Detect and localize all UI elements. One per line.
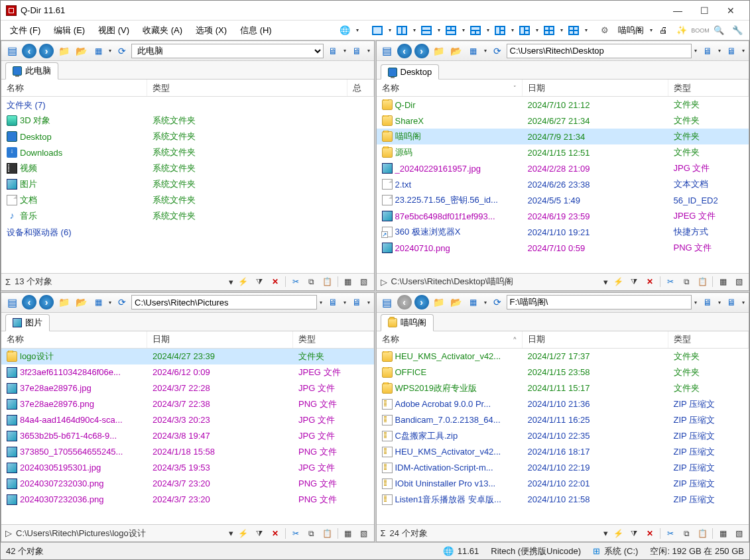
maximize-button[interactable]: ☐ [691,1,718,20]
list-item[interactable]: 20240305195301.jpg2024/3/5 19:53JPG 文件 [1,460,374,476]
nav-forward-button[interactable]: › [38,43,54,59]
boom-icon[interactable]: BOOM [693,23,708,38]
pane-tr-list[interactable]: Q-Dir2024/7/10 21:12文件夹ShareX2024/6/27 2… [377,97,749,273]
list-item[interactable]: Adobe Acrobat 9.0.0 Pr...2024/1/10 21:36… [377,396,749,412]
delete-icon[interactable]: ✕ [269,528,281,539]
list-item[interactable]: logo设计2024/4/27 23:39文件夹 [1,349,374,364]
list-item[interactable]: _20240229161957.jpg2024/2/28 21:09JPG 文件 [377,160,749,176]
delete-icon[interactable]: ✕ [644,276,656,288]
layout-2h-button[interactable] [419,23,434,38]
col-type[interactable]: 类型 [293,331,374,348]
monitor-icon[interactable]: 🖥 [700,294,716,310]
address-bar[interactable] [507,295,692,309]
refresh-icon[interactable]: ⟳ [114,294,130,310]
list-item[interactable]: 87e5bc6498df01f1ef993...2024/6/19 23:59J… [377,208,749,224]
select-icon[interactable]: ▧ [733,528,745,539]
sigma-icon[interactable]: ▷ [381,277,387,287]
nav-forward-button[interactable]: › [414,294,430,310]
globe-icon[interactable]: 🌐 [338,23,352,38]
col-name[interactable]: 名称 [1,80,147,96]
col-type[interactable]: 类型 [668,331,749,348]
sigma-icon[interactable]: Σ [5,277,11,287]
copy-icon[interactable]: ⧉ [306,528,318,539]
nav-back-button[interactable]: ‹ [21,294,37,310]
wand-icon[interactable]: ✨ [674,23,689,38]
up-folder-icon[interactable]: 📁 [431,43,447,59]
layout-3c-button[interactable] [493,23,507,38]
paste-icon[interactable]: 📋 [696,528,708,539]
refresh-icon[interactable]: ⟳ [114,43,130,59]
tab-miaowuge[interactable]: 喵呜阁 [381,314,434,331]
col-type[interactable]: 类型 [668,80,749,96]
list-item[interactable]: OFFICE2024/1/15 23:58文件夹 [377,364,749,380]
col-date[interactable]: 日期 [523,331,668,348]
monitor2-icon[interactable]: 🖥 [349,43,365,59]
col-type[interactable]: 类型 [147,80,347,96]
list-item[interactable]: IObit Uninstaller Pro v13...2024/1/10 22… [377,476,749,492]
tab-pictures[interactable]: 图片 [5,314,50,331]
list-item[interactable]: 文档系统文件夹 [1,192,374,208]
props-icon[interactable]: ▦ [342,276,354,288]
list-item[interactable]: 360 极速浏览器X2024/1/10 19:21快捷方式 [377,224,749,240]
bolt-icon[interactable]: ⚡ [612,528,624,539]
list-item[interactable]: ShareX2024/6/27 21:34文件夹 [377,113,749,129]
refresh-icon[interactable]: ⟳ [489,43,505,59]
monitor2-icon[interactable]: 🖥 [349,294,365,310]
new-folder-icon[interactable]: 📂 [73,43,89,59]
monitor2-icon[interactable]: 🖥 [723,43,739,59]
menu-file[interactable]: 文件 (F) [5,22,46,39]
tab-desktop[interactable]: Desktop [381,64,440,80]
list-item[interactable]: C盘搬家工具.zip2024/1/10 22:35ZIP 压缩文 [377,428,749,444]
list-item[interactable]: 20240307232036.png2024/3/7 23:20PNG 文件 [1,492,374,508]
cut-icon[interactable]: ✂ [664,276,676,288]
bolt-icon[interactable]: ⚡ [237,528,249,539]
refresh-icon[interactable]: ⟳ [489,294,505,310]
select-icon[interactable]: ▧ [733,276,745,288]
props-icon[interactable]: ▦ [717,528,729,539]
list-item[interactable]: HEU_KMS_Activator_v42...2024/1/16 18:17Z… [377,444,749,460]
col-name[interactable]: 名称˅ [377,80,523,96]
paste-icon[interactable]: 📋 [322,276,334,288]
group-devices[interactable]: 设备和驱动器 (6) [1,224,374,240]
new-folder-icon[interactable]: 📂 [448,43,464,59]
list-item[interactable]: Desktop系统文件夹 [1,129,374,144]
menu-info[interactable]: 信息 (H) [235,22,277,39]
nav-back-button[interactable]: ‹ [397,294,412,310]
layout-3d-button[interactable] [517,23,532,38]
pane-br-list[interactable]: HEU_KMS_Activator_v42...2024/1/27 17:37文… [377,349,749,525]
monitor2-icon[interactable]: 🖥 [723,294,739,310]
bolt-icon[interactable]: ⚡ [237,276,249,288]
nav-forward-button[interactable]: › [38,294,54,310]
cut-icon[interactable]: ✂ [664,528,676,539]
menu-favorites[interactable]: 收藏夹 (A) [137,22,188,39]
paste-icon[interactable]: 📋 [696,276,708,288]
nav-back-button[interactable]: ‹ [397,43,412,59]
list-item[interactable]: IDM-Activation-Script-m...2024/1/10 22:1… [377,460,749,476]
view-mode-icon[interactable]: ▦ [466,294,481,310]
list-item[interactable]: 37e28ae28976.jpg2024/3/7 22:28JPG 文件 [1,380,374,396]
list-item[interactable]: 23.225.71.56_密钥.56_id...2024/5/5 1:4956_… [377,192,749,208]
delete-icon[interactable]: ✕ [644,528,656,539]
new-folder-icon[interactable]: 📂 [73,294,89,310]
view-mode-icon[interactable]: ▦ [466,43,481,59]
copy-icon[interactable]: ⧉ [680,276,692,288]
layout-3b-button[interactable] [468,23,483,38]
monitor-icon[interactable]: 🖥 [700,43,716,59]
list-item[interactable]: HEU_KMS_Activator_v42...2024/1/27 17:37文… [377,349,749,364]
layout-1-button[interactable] [370,23,385,38]
list-item[interactable]: ♪音乐系统文件夹 [1,208,374,224]
layout-2v-button[interactable] [395,23,409,38]
select-icon[interactable]: ▧ [358,528,370,539]
list-item[interactable]: Bandicam_7.0.2.2138_64...2024/1/11 16:25… [377,412,749,428]
address-bar[interactable] [131,295,317,309]
copy-icon[interactable]: ⧉ [306,276,318,288]
cut-icon[interactable]: ✂ [290,528,302,539]
sigma-icon[interactable]: ▷ [5,528,12,538]
footer-text[interactable]: C:\Users\Ritech\Pictures\logo设计 [16,528,225,539]
list-item[interactable]: Listen1音乐播放器 安卓版...2024/1/10 21:58ZIP 压缩… [377,492,749,508]
view-mode-icon[interactable]: ▦ [90,43,106,59]
filter-icon[interactable]: ⧩ [628,528,640,539]
monitor-icon[interactable]: 🖥 [325,43,341,59]
new-folder-icon[interactable]: 📂 [448,294,464,310]
bolt-icon[interactable]: ⚡ [612,276,624,288]
